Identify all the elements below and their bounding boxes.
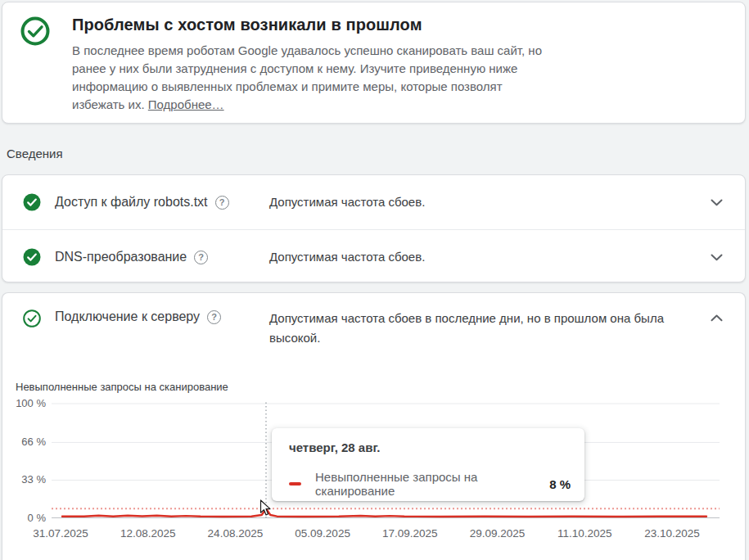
success-check-filled-icon bbox=[23, 193, 41, 211]
tooltip-series-row: Невыполненные запросы на сканирование 8 … bbox=[289, 470, 571, 498]
y-axis-tick-label: 0 % bbox=[2, 512, 46, 524]
details-section-label: Сведения bbox=[7, 147, 63, 160]
chevron-down-icon[interactable] bbox=[711, 199, 724, 206]
help-icon[interactable]: ? bbox=[215, 196, 229, 210]
x-axis-tick-label: 31.07.2025 bbox=[16, 527, 106, 540]
help-icon[interactable]: ? bbox=[207, 310, 221, 324]
page-title: Проблемы с хостом возникали в прошлом bbox=[72, 16, 422, 34]
summary-card: Проблемы с хостом возникали в прошлом В … bbox=[2, 2, 746, 124]
x-axis-tick-label: 05.09.2025 bbox=[277, 527, 368, 540]
detail-row-server-connectivity[interactable]: Подключение к серверу ? Допустимая часто… bbox=[2, 293, 745, 348]
x-axis-tick-label: 29.09.2025 bbox=[453, 527, 543, 540]
y-axis-tick-label: 100 % bbox=[2, 397, 46, 409]
x-axis-tick-label: 24.08.2025 bbox=[190, 527, 280, 540]
tooltip-series-label: Невыполненные запросы на сканирование bbox=[315, 470, 549, 498]
row-label: Доступ к файлу robots.txt bbox=[55, 195, 208, 210]
crawl-failure-chart[interactable]: 100 %66 %33 %0 % 31.07.202512.08.202524.… bbox=[2, 402, 747, 560]
tooltip-value: 8 % bbox=[549, 477, 571, 491]
y-axis-tick-label: 33 % bbox=[2, 473, 46, 485]
chevron-down-icon[interactable] bbox=[711, 254, 724, 261]
success-check-filled-icon bbox=[23, 248, 41, 266]
row-label: DNS-преобразование bbox=[55, 250, 187, 264]
detail-row-robots-txt[interactable]: Доступ к файлу robots.txt ? Допустимая ч… bbox=[2, 175, 745, 229]
x-axis-tick-label: 11.10.2025 bbox=[539, 527, 629, 540]
y-axis-tick-label: 66 % bbox=[2, 436, 46, 448]
help-icon[interactable]: ? bbox=[194, 251, 208, 264]
tooltip-date: четверг, 28 авг. bbox=[289, 440, 380, 454]
row-status: Допустимая частота сбоев в последние дни… bbox=[269, 309, 704, 348]
detail-row-dns[interactable]: DNS-преобразование ? Допустимая частота … bbox=[2, 230, 745, 284]
summary-description-text: В последнее время роботам Google удавало… bbox=[72, 43, 542, 111]
series-legend-dash-icon bbox=[289, 482, 301, 486]
success-check-icon bbox=[20, 16, 51, 47]
x-axis-tick-label: 12.08.2025 bbox=[103, 527, 193, 540]
summary-description: В последнее время роботам Google удавало… bbox=[72, 42, 544, 114]
series-line bbox=[62, 508, 706, 517]
row-status: Допустимая частота сбоев. bbox=[269, 192, 704, 212]
host-status-page: Проблемы с хостом возникали в прошлом В … bbox=[0, 0, 749, 560]
server-connectivity-card: Подключение к серверу ? Допустимая часто… bbox=[2, 292, 746, 560]
row-status: Допустимая частота сбоев. bbox=[269, 247, 704, 267]
chevron-up-icon[interactable] bbox=[711, 314, 724, 322]
success-check-outline-icon bbox=[23, 309, 41, 327]
x-axis-tick-label: 17.09.2025 bbox=[365, 527, 455, 540]
details-card: Доступ к файлу robots.txt ? Допустимая ч… bbox=[2, 174, 746, 282]
chart-title: Невыполненные запросы на сканирование bbox=[16, 381, 228, 393]
learn-more-link[interactable]: Подробнее… bbox=[148, 97, 224, 111]
x-axis-tick-label: 23.10.2025 bbox=[627, 527, 717, 540]
row-label: Подключение к серверу bbox=[55, 309, 200, 324]
chart-tooltip: четверг, 28 авг. Невыполненные запросы н… bbox=[272, 428, 584, 501]
mouse-cursor-icon bbox=[259, 499, 272, 520]
